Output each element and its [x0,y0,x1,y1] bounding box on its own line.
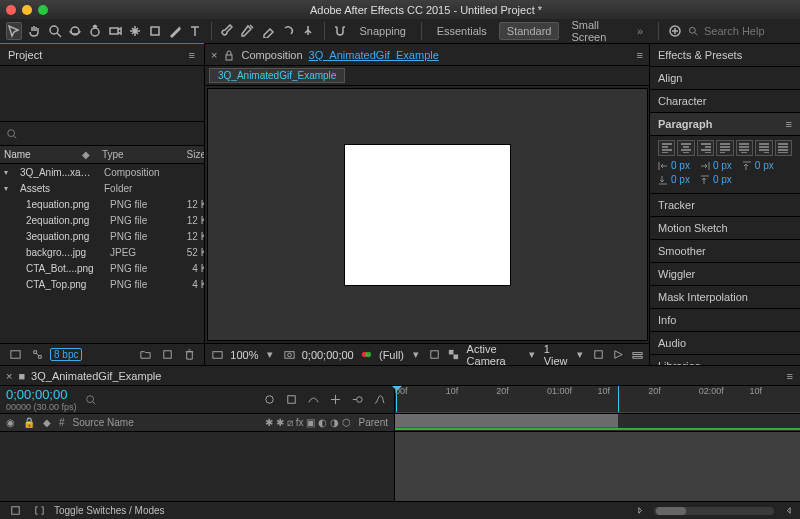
current-timecode[interactable]: 0;00;00;00 [6,387,77,402]
transparency-grid-button[interactable] [447,346,460,364]
camera-tool[interactable] [108,22,122,40]
col-name[interactable]: Name [4,149,76,160]
fast-previews-button[interactable] [611,346,624,364]
panel-audio[interactable]: Audio [650,332,800,355]
panel-align[interactable]: Align [650,67,800,90]
panel-info[interactable]: Info [650,309,800,332]
snapping-icon[interactable] [333,22,347,40]
project-item[interactable]: 2equation.pngPNG file12 KB [0,212,204,228]
snapping-label[interactable]: Snapping [353,25,412,37]
col-size[interactable]: Size [172,149,206,160]
new-folder-button[interactable] [136,346,154,364]
type-tool[interactable] [188,22,202,40]
comp-view-tab[interactable]: 3Q_AnimatedGif_Example [209,68,345,83]
work-area-end-marker[interactable] [618,386,619,412]
zoom-dropdown[interactable]: 100% [230,349,258,361]
timeline-toggle-button[interactable] [631,346,644,364]
panel-paragraph[interactable]: Paragraph ≡ [650,113,800,136]
take-snapshot-button[interactable] [282,346,295,364]
camera-dropdown[interactable]: Active Camera [467,343,520,367]
timeline-track-area[interactable] [395,432,800,501]
project-search[interactable] [0,122,204,146]
indent-left-field[interactable]: 0 px [658,160,690,171]
project-item[interactable]: backgro....jpgJPEG52 KB [0,244,204,260]
selection-tool[interactable] [6,22,22,40]
project-panel-menu[interactable]: ≡ [189,49,196,61]
zoom-in-timeline[interactable] [776,502,794,519]
brush-tool[interactable] [221,22,235,40]
indent-first-field[interactable]: 0 px [700,160,732,171]
clone-tool[interactable] [241,22,255,40]
align-left-button[interactable] [658,140,675,156]
project-item[interactable]: 1equation.pngPNG file12 KB [0,196,204,212]
eraser-tool[interactable] [261,22,275,40]
project-item[interactable]: 3equation.pngPNG file12 KB [0,228,204,244]
timecode-field[interactable]: 0;00;00;00 [302,349,354,361]
orbit-tool[interactable] [68,22,82,40]
lock-column-icon[interactable]: 🔒 [23,417,35,428]
project-item[interactable]: CTA_Bot....pngPNG file4 KB [0,260,204,276]
rotation-tool[interactable] [88,22,102,40]
chevron-down-icon[interactable]: ▾ [264,348,276,361]
workspace-standard[interactable]: Standard [499,22,560,40]
project-item[interactable]: ▾3Q_Anim...xampleComposition30 [0,164,204,180]
comp-canvas-area[interactable] [207,88,648,341]
hand-tool[interactable] [28,22,42,40]
minimize-window-button[interactable] [22,5,32,15]
work-area-bar[interactable] [395,414,618,428]
zoom-window-button[interactable] [38,5,48,15]
project-tree[interactable]: ▾3Q_Anim...xampleComposition30▾AssetsFol… [0,164,204,343]
project-item[interactable]: ▾AssetsFolder [0,180,204,196]
align-center-button[interactable] [677,140,694,156]
brackets-button[interactable] [30,502,48,519]
comp-name-link[interactable]: 3Q_AnimatedGif_Example [309,49,439,61]
justify-last-right-button[interactable] [755,140,772,156]
zoom-tool[interactable] [48,22,62,40]
timeline-render-queue-icon[interactable]: ■ [18,370,25,382]
comp-mini-flowchart-button[interactable] [260,391,278,409]
panel-smoother[interactable]: Smoother [650,240,800,263]
delete-button[interactable] [180,346,198,364]
graph-editor-button[interactable] [370,391,388,409]
space-after-field[interactable]: 0 px [700,174,732,185]
frame-blend-button[interactable] [326,391,344,409]
pen-tool[interactable] [168,22,182,40]
zoom-out-timeline[interactable] [634,502,652,519]
project-bpc[interactable]: 8 bpc [50,348,82,361]
panel-character[interactable]: Character [650,90,800,113]
interpret-footage-button[interactable] [6,346,24,364]
search-help-input[interactable] [704,25,794,37]
panel-tracker[interactable]: Tracker [650,194,800,217]
col-type[interactable]: Type [102,149,166,160]
project-tab[interactable]: Project [8,49,42,61]
indent-right-field[interactable]: 0 px [742,160,774,171]
channel-button[interactable] [360,346,373,364]
project-item[interactable]: CTA_Top.pngPNG file4 KB [0,276,204,292]
pixel-aspect-button[interactable] [592,346,605,364]
views-dropdown[interactable]: 1 View [544,343,568,367]
sync-settings-icon[interactable] [668,22,682,40]
resolution-dropdown[interactable]: (Full) [379,349,404,361]
timeline-close-icon[interactable]: × [6,370,12,382]
close-window-button[interactable] [6,5,16,15]
timeline-panel-menu[interactable]: ≡ [787,370,794,382]
lock-icon[interactable] [223,49,235,61]
shape-tool[interactable] [148,22,162,40]
source-name-col[interactable]: Source Name [73,417,134,428]
roi-button[interactable] [428,346,441,364]
timeline-tab[interactable]: 3Q_AnimatedGif_Example [31,370,161,382]
label-column-icon[interactable]: ◆ [43,417,51,428]
justify-all-button[interactable] [775,140,792,156]
comp-close-icon[interactable]: × [211,49,217,61]
expand-props-button[interactable] [6,502,24,519]
motion-blur-button[interactable] [348,391,366,409]
timeline-zoom-slider[interactable] [654,507,774,515]
comp-panel-menu[interactable]: ≡ [637,49,644,61]
flowchart-button[interactable] [28,346,46,364]
pan-behind-tool[interactable] [128,22,142,40]
panel-mask-interpolation[interactable]: Mask Interpolation [650,286,800,309]
new-comp-button[interactable] [158,346,176,364]
roto-tool[interactable] [281,22,295,40]
always-preview-button[interactable] [211,346,224,364]
justify-last-center-button[interactable] [736,140,753,156]
